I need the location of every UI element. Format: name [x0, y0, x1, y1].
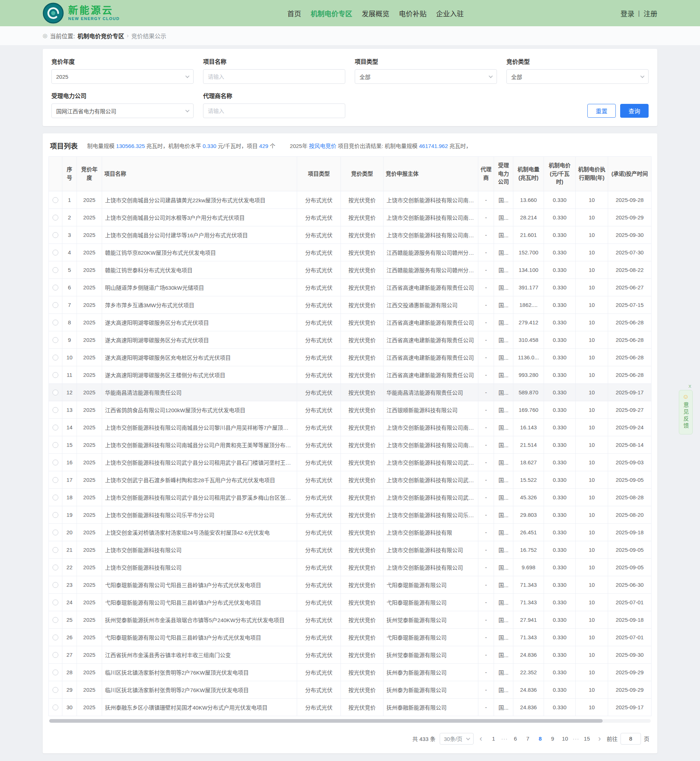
feedback-face-icon: ☺ — [683, 394, 689, 400]
login-link[interactable]: 登录 — [620, 8, 634, 18]
nav-enterprise[interactable]: 企业入驻 — [436, 8, 464, 18]
table-row[interactable]: 262025弋阳泰琨新能源有限公司弋阳县三县岭镇3户分布式光伏发电项目分布式光伏… — [49, 628, 652, 646]
row-radio[interactable] — [53, 530, 58, 535]
page-15-button[interactable]: 15 — [581, 733, 592, 744]
row-radio[interactable] — [53, 320, 58, 326]
page-7-button[interactable]: 7 — [522, 733, 533, 744]
horizontal-scrollbar-thumb[interactable] — [49, 719, 603, 723]
row-radio[interactable] — [53, 407, 58, 413]
reset-button[interactable]: 重置 — [588, 104, 616, 118]
row-radio[interactable] — [53, 669, 58, 675]
row-radio[interactable] — [53, 424, 58, 430]
row-radio[interactable] — [53, 687, 58, 693]
project-type-label: 项目类型 — [355, 57, 497, 65]
applicant-cell: 上饶市交创新能源科技有限公司南城... — [384, 191, 478, 209]
nav-subsidy[interactable]: 电价补贴 — [399, 8, 427, 18]
table-row[interactable]: 212025上饶市交创新能源科技有限公司分布式光伏按光伏竞价上饶市交创新能源科技… — [49, 541, 652, 558]
page-8-button[interactable]: 8 — [535, 733, 546, 744]
table-row[interactable]: 232025弋阳泰琨新能源有限公司弋阳县三县岭镇3户分布式光伏发电项目分布式光伏… — [49, 576, 652, 593]
row-radio[interactable] — [53, 512, 58, 518]
page-1-button[interactable]: 1 — [488, 733, 499, 744]
row-radio[interactable] — [53, 705, 58, 710]
table-row[interactable]: 152025上饶市交创新能源科技有限公司南城县分公司户用黄和亮王美琴等屋顶分布式… — [49, 436, 652, 454]
page-9-button[interactable]: 9 — [547, 733, 558, 744]
row-radio[interactable] — [53, 372, 58, 378]
page-6-button[interactable]: 6 — [510, 733, 521, 744]
table-row[interactable]: 132025江西省鸽鸽食品有限公司1200kW屋顶分布式光伏发电项目分布式光伏按… — [49, 401, 652, 418]
table-row[interactable]: 222025上饶市交创新能源科技有限公司分布式光伏按光伏竞价上饶市交创新能源科技… — [49, 558, 652, 576]
page-jump-input[interactable] — [620, 733, 641, 745]
breadcrumb-section[interactable]: 机制电价竞价专区 — [78, 31, 124, 40]
table-row[interactable]: 62025明山隧道萍乡侧隧道广场630kW光储项目分布式光伏按光伏竞价江西省高速… — [49, 278, 652, 296]
row-radio[interactable] — [53, 547, 58, 553]
column-header: (承诺)投产时间 — [608, 157, 652, 191]
row-radio[interactable] — [53, 337, 58, 343]
power-company-select[interactable]: 国网江西省电力有限公司 — [52, 103, 194, 118]
register-link[interactable]: 注册 — [644, 8, 657, 18]
bid-year-select[interactable]: 2025 — [52, 69, 194, 84]
row-radio[interactable] — [53, 215, 58, 220]
table-row[interactable]: 122025华能南昌清洁能源有限责任公司分布式光伏按光伏竞价华能南昌清洁能源有限… — [49, 384, 652, 401]
table-row[interactable]: 72025萍乡市萍乡互通3MW分布式光伏项目分布式光伏按光伏竞价江西交投通惠新能… — [49, 296, 652, 313]
table-row[interactable]: 12025上饶市交创南城县分公司建昌镇黄光22kw屋顶分布式光伏发电项目分布式光… — [49, 191, 652, 209]
row-radio[interactable] — [53, 302, 58, 308]
next-page-button[interactable]: › — [597, 735, 602, 743]
chevron-down-icon — [185, 108, 189, 112]
field-project-name: 项目名称 — [203, 57, 345, 84]
project-name-input[interactable] — [203, 69, 345, 84]
row-radio[interactable] — [53, 600, 58, 605]
feedback-button[interactable]: ☺ 意见反馈 — [679, 390, 693, 434]
page-size-select[interactable]: 30条/页 — [440, 733, 473, 745]
table-row[interactable]: 292025临川区抚北镇汤家新村张贵明等2户76KW屋顶光伏发电项目分布式光伏按… — [49, 681, 652, 698]
project-type-select[interactable]: 全部 — [355, 69, 497, 84]
table-row[interactable]: 82025遂大高速阳明湖零碳服务区分布式光伏项目分布式光伏按光伏竞价江西省高速电… — [49, 313, 652, 331]
table-row[interactable]: 172025上饶市交创武宁县石渡乡新峰村陶和忠28千瓦用户分布式光伏发电项目分布… — [49, 471, 652, 488]
row-radio[interactable] — [53, 460, 58, 465]
row-radio[interactable] — [53, 355, 58, 360]
column-header: 项目类型 — [297, 157, 341, 191]
table-row[interactable]: 92025遂大高速阳明湖零碳服务区分布式光伏项目分布式光伏按光伏竞价江西省高速电… — [49, 331, 652, 348]
row-radio[interactable] — [53, 652, 58, 658]
table-row[interactable]: 192025上饶市交创新能源科技有限公司乐平市分公司分布式光伏按光伏竞价上饶市交… — [49, 506, 652, 523]
row-radio[interactable] — [53, 197, 58, 203]
nav-overview[interactable]: 发展概览 — [362, 8, 389, 18]
row-radio[interactable] — [53, 582, 58, 588]
row-radio[interactable] — [53, 635, 58, 640]
search-button[interactable]: 查询 — [620, 104, 648, 118]
table-row[interactable]: 242025弋阳泰琨新能源有限公司弋阳县三县岭镇3户分布式光伏发电项目分布式光伏… — [49, 593, 652, 611]
table-row[interactable]: 182025上饶市交创新能源科技有限公司武宁县分公司租用武宁县罗溪乡梅山台区张葛… — [49, 488, 652, 506]
table-row[interactable]: 252025抚州觉泰新能源抚州市金溪县琅琚合市镇等5户240KW分布式光伏发电项… — [49, 611, 652, 628]
brand[interactable]: 新能源云 NEW ENERGY CLOUD — [43, 3, 120, 24]
table-row[interactable]: 42025赣能江钨华京820KW屋顶分布式光伏发电项目分布式光伏按光伏竞价江西赣… — [49, 243, 652, 261]
row-radio[interactable] — [53, 285, 58, 290]
table-row[interactable]: 162025上饶市交创新能源科技有限公司武宁县分公司租用武宁县石门楼镇河垄村王泥… — [49, 454, 652, 471]
prev-page-button[interactable]: ‹ — [478, 735, 483, 743]
bid-type-select[interactable]: 全部 — [506, 69, 648, 84]
nav-home[interactable]: 首页 — [287, 8, 301, 18]
table-row[interactable]: 22025上饶市交创南城县分公司刘水根等3户户用分布式光伏项目分布式光伏按光伏竞… — [49, 209, 652, 226]
feedback-close-button[interactable]: x — [689, 383, 692, 389]
table-row[interactable]: 202025上饶交创金溪对桥镇汤家村汤家组24号汤能安农村屋顶42·6光伏发电分… — [49, 523, 652, 541]
stats-link[interactable]: 按风电竞价 — [309, 143, 336, 149]
agent-name-input[interactable] — [203, 103, 345, 118]
row-radio[interactable] — [53, 390, 58, 395]
table-row[interactable]: 302025抚州泰融东乡区小璜镇珊壁村吴国才40KW分布式户用光伏发电项目分布式… — [49, 698, 652, 716]
table-row[interactable]: 272025江西省抚州市金溪县秀谷镇丰收村丰收三组南门公变分布式光伏按光伏竞价抚… — [49, 646, 652, 663]
row-radio[interactable] — [53, 617, 58, 623]
table-row[interactable]: 142025上饶市交创新能源科技有限公司南城县分公司黎川县户用吴祥彬等7户屋顶光… — [49, 418, 652, 436]
row-radio[interactable] — [53, 442, 58, 448]
page-10-button[interactable]: 10 — [559, 733, 570, 744]
table-row[interactable]: 282025临川区抚北镇汤家新村张贵明等2户76KW屋顶光伏发电项目分布式光伏按… — [49, 663, 652, 681]
row-radio[interactable] — [53, 494, 58, 501]
row-radio[interactable] — [53, 565, 58, 571]
table-row[interactable]: 102025遂大高速阳明湖零碳服务区充电桩区分布式光伏项目分布式光伏按光伏竞价江… — [49, 348, 652, 366]
row-radio[interactable] — [53, 477, 58, 483]
table-row[interactable]: 112025遂大高速阳明湖零碳服务区主楼侧分布式光伏项目分布式光伏按光伏竞价江西… — [49, 366, 652, 384]
row-radio[interactable] — [53, 232, 58, 238]
table-row[interactable]: 52025赣能江钨世泰科分布式光伏发电项目分布式光伏按光伏竞价江西赣能能源服务有… — [49, 261, 652, 278]
table-row[interactable]: 32025上饶市交创南城县分公司付建华等16户户用分布式光伏项目分布式光伏按光伏… — [49, 226, 652, 243]
nav-mechanism-price[interactable]: 机制电价专区 — [311, 8, 352, 18]
row-radio[interactable] — [53, 250, 58, 256]
column-header: 项目名称 — [102, 157, 297, 191]
row-radio[interactable] — [53, 267, 58, 273]
